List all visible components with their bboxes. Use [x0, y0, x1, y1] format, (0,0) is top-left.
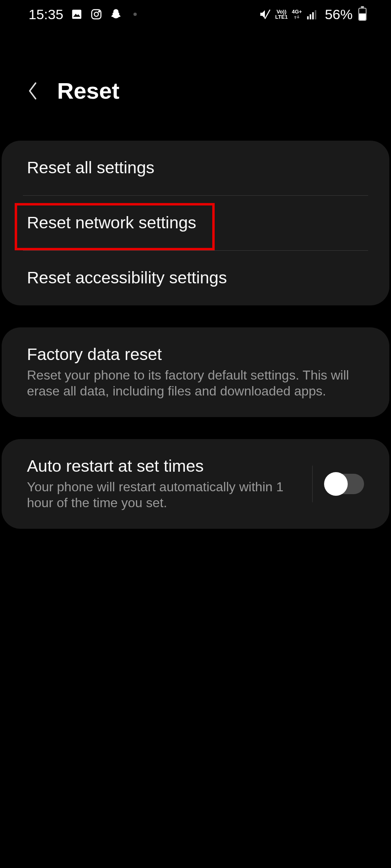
- auto-restart-subtitle: Your phone will restart automatically wi…: [27, 479, 288, 511]
- content-area: Reset all settings Reset network setting…: [0, 141, 391, 529]
- reset-options-group: Reset all settings Reset network setting…: [2, 141, 389, 305]
- reset-all-settings-label: Reset all settings: [27, 159, 364, 177]
- svg-rect-5: [307, 16, 309, 20]
- network-indicator: 4G+: [292, 9, 302, 20]
- volte-indicator: Vo)) LTE1: [275, 9, 288, 20]
- svg-line-4: [265, 10, 270, 19]
- instagram-icon: [90, 8, 102, 20]
- status-time: 15:35: [29, 7, 63, 22]
- svg-point-3: [99, 11, 100, 12]
- reset-all-settings-row[interactable]: Reset all settings: [2, 141, 389, 195]
- auto-restart-group: Auto restart at set times Your phone wil…: [2, 439, 389, 529]
- factory-reset-group: Factory data reset Reset your phone to i…: [2, 327, 389, 417]
- chevron-left-icon: [27, 81, 39, 101]
- status-right: Vo)) LTE1 4G+ 56%: [259, 7, 367, 22]
- svg-rect-6: [310, 14, 311, 20]
- gallery-icon: [71, 8, 83, 20]
- factory-data-reset-row[interactable]: Factory data reset Reset your phone to i…: [2, 327, 389, 417]
- vertical-divider: [312, 466, 313, 502]
- reset-network-settings-label: Reset network settings: [27, 214, 364, 232]
- status-bar: 15:35 Vo)) LTE1 4G+ 56%: [0, 0, 391, 29]
- snapchat-icon: [110, 8, 122, 20]
- factory-data-reset-title: Factory data reset: [27, 345, 364, 364]
- auto-restart-title: Auto restart at set times: [27, 457, 288, 476]
- svg-rect-7: [312, 12, 314, 20]
- toggle-knob: [324, 472, 348, 496]
- reset-accessibility-settings-label: Reset accessibility settings: [27, 269, 364, 287]
- reset-network-settings-row[interactable]: Reset network settings: [2, 196, 389, 250]
- battery-icon: [358, 8, 367, 21]
- mute-icon: [259, 8, 271, 20]
- volte-bottom: LTE1: [275, 14, 288, 20]
- status-left: 15:35: [29, 7, 137, 22]
- page-header: Reset: [0, 29, 391, 141]
- reset-accessibility-settings-row[interactable]: Reset accessibility settings: [2, 251, 389, 305]
- svg-point-2: [94, 12, 98, 16]
- battery-percent: 56%: [325, 7, 353, 22]
- factory-data-reset-subtitle: Reset your phone to its factory default …: [27, 367, 364, 399]
- auto-restart-toggle[interactable]: [325, 474, 364, 494]
- signal-icon: [306, 8, 318, 20]
- more-dot-icon: [133, 13, 137, 16]
- svg-rect-8: [315, 10, 316, 20]
- network-top: 4G+: [292, 9, 302, 14]
- back-button[interactable]: [24, 79, 41, 103]
- svg-rect-0: [72, 10, 82, 19]
- auto-restart-row[interactable]: Auto restart at set times Your phone wil…: [2, 439, 389, 529]
- page-title: Reset: [57, 77, 120, 104]
